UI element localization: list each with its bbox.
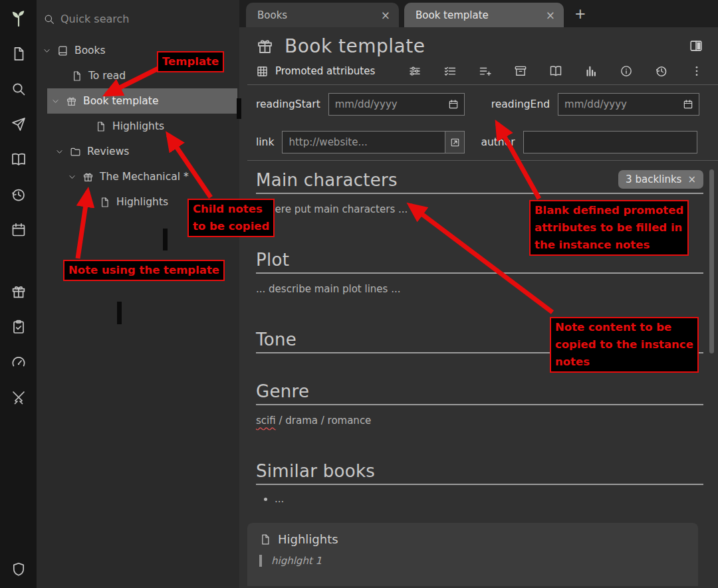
tree-item-book-template[interactable]: Book template [47, 88, 237, 114]
open-notes-icon[interactable] [0, 142, 37, 177]
tasks-icon[interactable] [0, 309, 37, 344]
crossed-swords-icon[interactable] [0, 379, 37, 415]
genre-rest: / drama / romance [276, 415, 372, 427]
tab-label: Books [257, 9, 287, 21]
new-tab-button[interactable]: + [574, 6, 586, 22]
new-note-icon[interactable] [0, 36, 37, 71]
app-window: Books To read Book template Highlights R… [0, 0, 718, 588]
note-map-icon[interactable] [549, 64, 562, 78]
template-box-icon [256, 37, 274, 55]
child-note-title[interactable]: Highlights [278, 532, 338, 546]
list-item[interactable]: ... [275, 493, 703, 505]
tree-item-label: The Mechanical * [100, 171, 189, 183]
attr-label-link: link [256, 136, 274, 148]
note-icon [95, 121, 112, 132]
misspelled-word[interactable]: scifi [256, 415, 276, 427]
promoted-attributes-row-2: link author [256, 131, 703, 153]
basic-properties-icon[interactable] [408, 64, 421, 78]
annotation-blank-attributes: Blank defined promoted attributes to be … [529, 200, 689, 256]
note-icon [71, 70, 88, 82]
protected-session-icon[interactable] [0, 551, 37, 587]
annotation-template: Template [157, 51, 224, 72]
heading-underline [256, 193, 703, 194]
owned-attributes-icon[interactable] [443, 64, 457, 78]
link-input[interactable] [283, 136, 445, 148]
folder-icon [70, 146, 87, 157]
section-heading[interactable]: Genre [256, 381, 703, 401]
section-body[interactable]: scifi / drama / romance [256, 415, 703, 428]
reading-end-field [558, 93, 699, 116]
note-revisions-icon[interactable] [655, 64, 668, 78]
scrollbar-thumb[interactable] [709, 169, 714, 353]
ribbon-icon-group [408, 64, 703, 78]
search-icon[interactable] [0, 71, 37, 106]
search-icon [43, 13, 55, 25]
stray-cursor-mark [163, 229, 168, 250]
tree-item-label: To read [88, 70, 126, 82]
annotation-note-content: Note content to be copied to the instanc… [550, 317, 699, 373]
template-box-icon [82, 171, 100, 183]
reading-end-input[interactable] [558, 98, 683, 110]
note-icon [99, 197, 116, 208]
more-actions-icon[interactable] [690, 64, 703, 78]
link-field [282, 131, 445, 153]
stray-cursor-mark [117, 302, 122, 324]
note-detail-pane: Book template Promoted attributes readin… [239, 27, 718, 588]
book-icon [57, 45, 74, 56]
promoted-attributes-icon[interactable] [256, 65, 269, 78]
chevron-down-icon[interactable] [55, 147, 70, 156]
bullet-list: ... [256, 493, 703, 505]
chevron-down-icon[interactable] [68, 173, 82, 181]
tree-item-label: Highlights [112, 120, 164, 132]
chevron-down-icon[interactable] [43, 47, 57, 55]
tree-item-the-mechanical[interactable]: The Mechanical * [37, 164, 239, 189]
calendar-icon[interactable] [683, 99, 693, 110]
child-note-quote[interactable]: highlght 1 [259, 555, 686, 567]
note-title-row: Book template [256, 34, 703, 58]
tree-item-reviews[interactable]: Reviews [37, 139, 239, 164]
split-view-icon[interactable] [689, 39, 703, 53]
heading-underline [256, 404, 703, 405]
tree-item-label: Book template [83, 95, 158, 107]
child-note-card[interactable]: Highlights highlght 1 [247, 523, 698, 586]
tab-book-template[interactable]: Book template × [404, 3, 564, 27]
close-icon[interactable]: × [687, 173, 696, 185]
annotation-child-notes: Child notes to be copied [187, 199, 275, 237]
note-info-icon[interactable] [620, 64, 633, 78]
dashboard-icon[interactable] [0, 344, 37, 379]
backlinks-label: 3 backlinks [626, 173, 681, 185]
ribbon-active-tab-label[interactable]: Promoted attributes [275, 65, 375, 77]
section-body[interactable]: ... describe main plot lines ... [256, 283, 703, 296]
attr-label-author: author [481, 136, 515, 148]
reading-start-field [328, 93, 465, 116]
inherited-attributes-icon[interactable] [479, 64, 492, 78]
tree-item-label: Reviews [87, 146, 129, 157]
chevron-down-icon[interactable] [51, 97, 66, 106]
reading-start-input[interactable] [329, 98, 448, 110]
tree-item-highlights[interactable]: Highlights [37, 114, 239, 139]
quick-search-input[interactable] [60, 13, 233, 25]
section-heading[interactable]: Similar books [256, 461, 703, 481]
calendar-icon[interactable] [448, 99, 459, 110]
child-note-header: Highlights [259, 532, 686, 546]
section-similar-books: Similar books ... [256, 461, 703, 505]
section-genre: Genre scifi / drama / romance [256, 381, 703, 428]
annotation-note-using-template: Note using the template [63, 260, 225, 281]
close-icon[interactable]: × [546, 9, 555, 22]
note-title[interactable]: Book template [285, 35, 425, 57]
divider [247, 160, 718, 161]
jump-to-icon[interactable] [0, 106, 37, 142]
tab-books[interactable]: Books × [246, 3, 399, 27]
recent-changes-icon[interactable] [0, 177, 37, 212]
close-icon[interactable]: × [381, 9, 390, 22]
note-paths-icon[interactable] [514, 64, 527, 78]
calendar-icon[interactable] [0, 212, 37, 247]
tab-bar: Books × Book template × + [239, 0, 718, 27]
open-external-link-icon[interactable] [445, 131, 465, 153]
app-logo-icon[interactable] [6, 5, 31, 31]
tab-label: Book template [416, 9, 489, 21]
author-input[interactable] [524, 136, 697, 148]
similar-notes-icon[interactable] [584, 64, 598, 78]
backlinks-badge[interactable]: 3 backlinks × [618, 170, 703, 189]
bookmarks-icon[interactable] [0, 274, 37, 309]
